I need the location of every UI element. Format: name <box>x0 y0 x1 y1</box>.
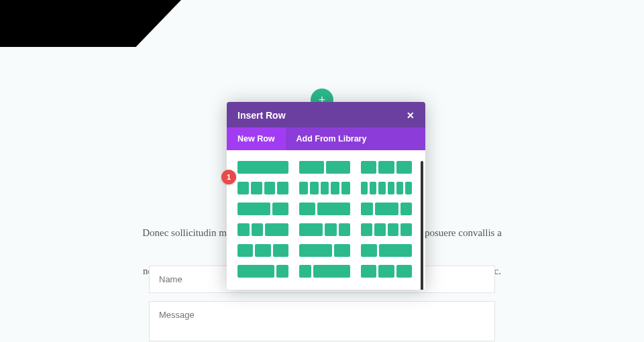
layout-column <box>331 182 339 194</box>
layout-column <box>388 182 394 194</box>
layout-column <box>361 203 373 215</box>
column-layout-option[interactable] <box>237 244 288 257</box>
layout-column <box>299 203 315 215</box>
layout-column <box>326 161 351 174</box>
column-layout-option[interactable] <box>237 265 288 278</box>
layout-column <box>299 182 308 194</box>
layout-column <box>396 265 412 278</box>
layout-column <box>400 223 412 236</box>
layout-column <box>339 223 351 236</box>
column-layout-option[interactable] <box>361 265 412 278</box>
layout-column <box>313 265 350 278</box>
scrollbar[interactable] <box>421 161 423 290</box>
layout-column <box>237 203 270 215</box>
column-layout-option[interactable] <box>299 203 350 215</box>
layout-column <box>375 203 398 215</box>
layout-column <box>273 244 288 257</box>
layout-column <box>272 203 288 215</box>
layout-column <box>361 182 368 194</box>
layout-column <box>317 203 350 215</box>
layout-column <box>325 223 337 236</box>
layout-column <box>299 223 323 236</box>
column-layout-option[interactable] <box>299 265 350 278</box>
layout-column <box>299 244 332 257</box>
layout-column <box>396 182 403 194</box>
layout-column <box>237 265 274 278</box>
layout-column <box>378 265 394 278</box>
column-layout-option[interactable] <box>299 161 350 174</box>
layout-options-panel <box>227 150 425 290</box>
layout-row-group <box>237 244 415 257</box>
layout-column <box>361 223 372 236</box>
column-layout-option[interactable] <box>299 223 350 236</box>
layout-column <box>264 182 276 194</box>
layout-column <box>252 223 264 236</box>
layout-column <box>334 244 350 257</box>
column-layout-option[interactable] <box>361 244 412 257</box>
column-layout-option[interactable] <box>299 244 350 257</box>
layout-row-group <box>237 203 415 215</box>
modal-title: Insert Row <box>237 110 286 121</box>
layout-column <box>255 244 270 257</box>
layout-row-group <box>237 182 415 194</box>
modal-header: Insert Row ✕ <box>227 102 425 127</box>
badge-number: 1 <box>227 173 231 181</box>
layout-column <box>388 223 399 236</box>
layout-column <box>405 182 412 194</box>
layout-column <box>341 182 350 194</box>
layout-column <box>361 265 376 278</box>
column-layout-option[interactable] <box>361 161 412 174</box>
layout-column <box>378 182 385 194</box>
layout-column <box>251 182 262 194</box>
layout-column <box>361 161 376 174</box>
layout-column <box>299 265 311 278</box>
layout-column <box>321 182 329 194</box>
insert-row-modal: Insert Row ✕ New Row Add From Library <box>227 102 425 290</box>
step-badge: 1 <box>221 170 236 184</box>
close-icon[interactable]: ✕ <box>407 110 415 121</box>
layout-column <box>310 182 319 194</box>
column-layout-option[interactable] <box>237 182 288 194</box>
layout-column <box>276 265 288 278</box>
layout-column <box>237 223 250 236</box>
layout-column <box>374 223 386 236</box>
layout-column <box>379 244 412 257</box>
column-layout-option[interactable] <box>361 182 412 194</box>
column-layout-option[interactable] <box>361 223 412 236</box>
layout-row-group <box>237 265 415 278</box>
modal-tabs: New Row Add From Library <box>227 127 425 150</box>
layout-column <box>237 244 253 257</box>
layout-column <box>400 203 413 215</box>
column-layout-option[interactable] <box>361 203 412 215</box>
column-layout-option[interactable] <box>299 182 350 194</box>
layout-column <box>396 161 412 174</box>
layout-row-group <box>237 223 415 236</box>
layout-row-group <box>237 161 415 174</box>
layout-column <box>237 161 288 174</box>
column-layout-option[interactable] <box>237 223 288 236</box>
message-field[interactable] <box>149 301 495 341</box>
layout-column <box>378 161 394 174</box>
layout-column <box>370 182 376 194</box>
layout-column <box>361 244 377 257</box>
tab-add-from-library[interactable]: Add From Library <box>286 127 378 150</box>
column-layout-option[interactable] <box>237 161 288 174</box>
layout-column <box>277 182 288 194</box>
header-black-shape <box>0 0 181 47</box>
column-layout-option[interactable] <box>237 203 288 215</box>
tab-new-row[interactable]: New Row <box>227 127 286 150</box>
layout-column <box>237 182 249 194</box>
layout-column <box>265 223 288 236</box>
layout-column <box>299 161 324 174</box>
